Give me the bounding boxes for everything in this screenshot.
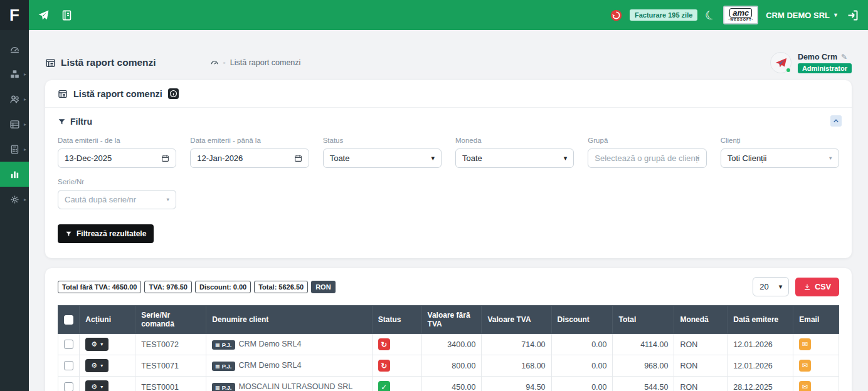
- cell-vat: 168.00: [482, 355, 551, 377]
- page-header: Listă raport comenzi - Listă raport come…: [45, 48, 852, 78]
- journal-icon[interactable]: [61, 9, 73, 21]
- sidebar-item-stock[interactable]: ▸: [0, 61, 29, 86]
- user-panel: Demo Crm ✎ Administrator: [770, 52, 852, 73]
- col-header-data: Dată emitere: [728, 306, 793, 334]
- sidebar-item-clients[interactable]: ▸: [0, 86, 29, 112]
- breadcrumb-home-icon[interactable]: [210, 58, 219, 67]
- app-logo[interactable]: F: [0, 0, 29, 30]
- serie-label: Serie/Nr: [58, 178, 176, 185]
- email-icon[interactable]: ✉: [799, 381, 811, 391]
- topbar: F Facturare 195 zile ☾ amc -WEBSOFT- CRM…: [0, 0, 868, 30]
- row-actions-button[interactable]: ⚙▾: [85, 380, 109, 391]
- gear-icon: ⚙: [91, 383, 97, 391]
- row-checkbox[interactable]: [64, 382, 73, 391]
- table-row: ⚙▾ TEST0072 ▦P.J.CRM Demo SRL4 3400.00 7…: [58, 334, 839, 355]
- serie-select[interactable]: Caută după serie/nr: [58, 190, 176, 209]
- cell-currency: RON: [674, 377, 728, 391]
- building-icon: ▦: [215, 363, 220, 369]
- moneda-label: Moneda: [455, 137, 574, 144]
- dark-mode-icon[interactable]: ☾: [703, 6, 717, 23]
- col-header-status: Status: [372, 306, 421, 334]
- col-header-email: Email: [793, 306, 839, 334]
- summary-currency-badge: RON: [311, 281, 335, 293]
- summary-row: Total fără TVA: 4650.00 TVA: 976.50 Disc…: [58, 277, 839, 296]
- cell-status: [372, 377, 421, 391]
- cell-date: 12.01.2026: [728, 334, 793, 355]
- info-icon[interactable]: [168, 88, 179, 99]
- dashboard-icon: [9, 44, 20, 55]
- cell-discount: 0.00: [551, 377, 613, 391]
- col-header-moneda: Monedă: [674, 306, 728, 334]
- sidebar-item-reports[interactable]: [0, 162, 29, 187]
- field-serie: Serie/Nr Caută după serie/nr: [58, 178, 176, 209]
- report-panel: Listă raport comenzi Filtru Data emiteri…: [45, 80, 852, 258]
- sidebar-item-dashboard[interactable]: [0, 36, 29, 61]
- gears-icon: [9, 194, 20, 205]
- summary-vat-badge: TVA: 976.50: [144, 281, 192, 293]
- col-header-serie: Serie/Nr comandă: [135, 306, 206, 334]
- list-icon: [9, 119, 20, 130]
- facturare-status-icon[interactable]: [610, 9, 622, 21]
- cell-client: ▦P.J.CRM Demo SRL4: [206, 334, 373, 355]
- chevron-right-icon: ▸: [24, 71, 26, 77]
- breadcrumb-separator: -: [223, 58, 226, 67]
- online-status-dot: [785, 67, 791, 73]
- edit-profile-icon[interactable]: ✎: [841, 53, 847, 61]
- send-icon[interactable]: [38, 9, 50, 21]
- row-actions-button[interactable]: ⚙▾: [85, 359, 109, 372]
- sidebar-item-settings[interactable]: ▸: [0, 187, 29, 212]
- cell-date: 28.12.2025: [728, 377, 793, 391]
- cell-status: [372, 355, 421, 377]
- row-checkbox[interactable]: [64, 340, 73, 349]
- cell-net: 800.00: [421, 355, 482, 377]
- sidebar: ▸ ▸ ▸ ▸ ▸: [0, 30, 29, 391]
- chevron-down-icon: ▼: [833, 12, 839, 18]
- report-icon: [58, 89, 68, 99]
- cell-serie: TEST0072: [135, 334, 206, 355]
- status-select[interactable]: Toate: [323, 149, 442, 168]
- page-size-select[interactable]: 20: [753, 277, 789, 296]
- date-from-input[interactable]: 13-Dec-2025: [58, 149, 176, 168]
- amc-websoft-logo: amc -WEBSOFT-: [723, 6, 758, 24]
- logout-icon[interactable]: [846, 9, 859, 22]
- bar-chart-icon: [9, 169, 20, 180]
- calendar-icon: [161, 154, 169, 162]
- table-row: ⚙▾ TEST0001 ▦P.J.MOSCALIN ULTRASOUND SRL…: [58, 377, 839, 391]
- cell-currency: RON: [674, 355, 728, 377]
- company-menu[interactable]: CRM DEMO SRL ▼: [766, 11, 839, 20]
- csv-export-button[interactable]: CSV: [795, 278, 839, 296]
- cell-vat: 714.00: [482, 334, 551, 355]
- chevron-right-icon: ▸: [24, 122, 26, 127]
- field-moneda: Moneda Toate: [455, 137, 574, 168]
- filter-heading: Filtru: [58, 117, 839, 127]
- page-title: Listă raport comenzi: [45, 57, 156, 68]
- email-icon[interactable]: ✉: [799, 338, 811, 350]
- cell-total: 544.50: [613, 377, 674, 391]
- col-header-vat: Valoare TVA: [482, 306, 551, 334]
- email-icon[interactable]: ✉: [799, 360, 811, 372]
- cubes-icon: [9, 69, 20, 80]
- cell-vat: 94.50: [482, 377, 551, 391]
- clienti-select[interactable]: Toti Clienții: [721, 149, 839, 168]
- funnel-icon: [65, 231, 72, 237]
- row-actions-button[interactable]: ⚙▾: [85, 338, 109, 351]
- date-to-input[interactable]: 12-Jan-2026: [190, 149, 309, 168]
- collapse-filter-button[interactable]: [830, 115, 842, 127]
- grupa-select[interactable]: Selectează o grupă de clienți: [588, 149, 706, 168]
- cell-client: ▦P.J.MOSCALIN ULTRASOUND SRL: [206, 377, 373, 391]
- cell-discount: 0.00: [551, 355, 613, 377]
- moneda-select[interactable]: Toate: [455, 149, 574, 168]
- sidebar-item-invoices[interactable]: ▸: [0, 137, 29, 162]
- filter-submit-button[interactable]: Filtrează rezultatele: [58, 224, 154, 243]
- table-header-row: Acțiuni Serie/Nr comandă Denumire client…: [58, 306, 839, 334]
- summary-discount-badge: Discount: 0.00: [195, 281, 251, 293]
- select-all-checkbox[interactable]: [64, 315, 73, 325]
- sidebar-item-documents[interactable]: ▸: [0, 112, 29, 137]
- chevron-down-icon: ▾: [100, 341, 103, 347]
- cell-serie: TEST0071: [135, 355, 206, 377]
- status-label: Status: [323, 137, 442, 144]
- cell-total: 4114.00: [613, 334, 674, 355]
- col-header-total: Total: [613, 306, 674, 334]
- client-type-badge: ▦P.J.: [212, 362, 235, 371]
- row-checkbox[interactable]: [64, 361, 73, 370]
